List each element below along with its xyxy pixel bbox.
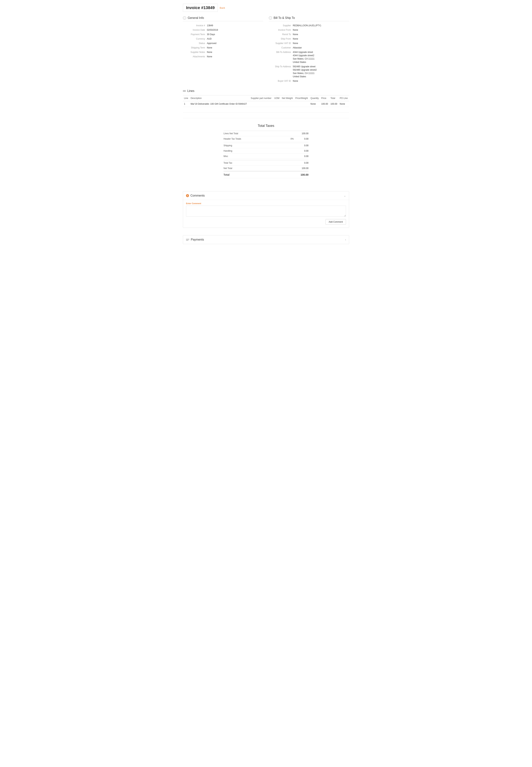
header-tax-row: Header Tax Totals 0% 0.00 [224, 136, 308, 142]
field-row: Ship To Address592485 Upgrade street5924… [269, 65, 349, 78]
field-row: Invoice #13849 [183, 24, 263, 27]
comments-body: Enter Comment Add Comment [183, 200, 349, 228]
field-label: Bill-To Address [269, 50, 293, 64]
field-row: Payment Term30 Days [183, 33, 263, 36]
total-row: Total 100.00 [224, 171, 308, 178]
table-cell: Mar'19 Deliverable: 100 Gift Certificate… [190, 101, 250, 107]
table-cell-empty [183, 107, 190, 113]
field-label: Invoice # [183, 24, 207, 27]
table-cell-empty [320, 107, 329, 113]
field-row: Buyer VAT IDNone [269, 79, 349, 83]
table-cell-empty [190, 113, 250, 118]
field-label: Buyer VAT ID [269, 79, 293, 83]
table-column-header: Total [329, 95, 339, 101]
comment-textarea[interactable] [186, 206, 346, 217]
header-tax-pct: 0% [291, 137, 294, 140]
table-column-header: Quantity [309, 95, 320, 101]
general-info-icon: ⊙ [183, 16, 186, 20]
payments-header[interactable]: Payments › [183, 236, 349, 244]
table-cell [250, 101, 273, 107]
table-cell-empty [250, 107, 273, 113]
shipping-row: Shipping 0.00 [224, 143, 308, 148]
general-info-title: General Info [188, 16, 204, 20]
table-cell: None [309, 101, 320, 107]
field-label: Supplier VAT ID [269, 42, 293, 45]
field-value: None [207, 55, 263, 58]
table-cell-empty [190, 107, 250, 113]
totals-title: Total Taxes [224, 124, 308, 128]
field-value: REDBALLOON (AUD) (PTY) [293, 24, 349, 27]
field-row: Shipping TermNone [183, 46, 263, 49]
field-label: Status [183, 42, 207, 45]
field-value: None [207, 46, 263, 49]
comments-header-left: 0 Comments [186, 194, 205, 197]
header-tax-value: 0.00 [297, 137, 308, 140]
field-row: AttachmentsNone [183, 55, 263, 58]
add-comment-button[interactable]: Add Comment [325, 219, 346, 225]
field-label: Ship From [269, 37, 293, 40]
field-value: AUD [207, 37, 263, 40]
field-label: Ship To Address [269, 65, 293, 78]
table-cell-empty [273, 107, 281, 113]
field-row: Bill-To Address4344 Upgrade street4344 U… [269, 50, 349, 64]
payments-title: Payments [191, 238, 204, 241]
lines-title: Lines [187, 89, 194, 93]
table-row: 1Mar'19 Deliverable: 100 Gift Certificat… [183, 101, 349, 107]
totals-section: Total Taxes Lines Net Total 100.00 Heade… [183, 124, 349, 178]
table-row-empty [183, 113, 349, 118]
field-label: Supplier [269, 24, 293, 27]
misc-label: Misc [224, 155, 228, 157]
field-row: Invoice Date02/03/2019 [183, 28, 263, 32]
field-row: Invoice FromNone [269, 28, 349, 32]
table-column-header: Description [190, 95, 250, 101]
field-row: Supplier VAT IDNone [269, 42, 349, 45]
field-value: 02/03/2019 [207, 28, 263, 32]
field-value: None [293, 42, 349, 45]
field-value: 592485 Upgrade street592485 Upgrade stre… [293, 65, 349, 78]
field-row: Supplier NotesNone [183, 50, 263, 54]
field-row: CurrencyAUD [183, 37, 263, 40]
field-value: None [293, 28, 349, 32]
comments-header[interactable]: 0 Comments ⌄ [183, 191, 349, 200]
invoice-title: Invoice #13849 [183, 4, 218, 12]
lines-section: Lines LineDescriptionSupplier part numbe… [183, 89, 349, 118]
table-cell-empty [339, 107, 349, 113]
field-label: Shipping Term [183, 46, 207, 49]
field-value: Atlassian [293, 46, 349, 49]
misc-value: 0.00 [297, 155, 308, 157]
net-total-row: Net Total 100.00 [224, 166, 308, 171]
table-cell-empty [309, 113, 320, 118]
table-cell-empty [329, 113, 339, 118]
table-cell-empty [281, 107, 294, 113]
field-value: 13849 [207, 24, 263, 27]
field-row: Ship FromNone [269, 37, 349, 40]
header-tax-label: Header Tax Totals [224, 137, 241, 140]
field-label: Invoice From [269, 28, 293, 32]
back-link[interactable]: Back [220, 6, 225, 9]
lines-net-total-label: Lines Net Total [224, 132, 238, 135]
field-label: Invoice Date [183, 28, 207, 32]
shipping-label: Shipping [224, 144, 232, 147]
field-label: Remit To [269, 33, 293, 36]
net-total-label: Net Total [224, 167, 232, 169]
chevron-right-icon: › [345, 238, 346, 241]
field-row: Remit ToNone [269, 33, 349, 36]
comments-section: 0 Comments ⌄ Enter Comment Add Comment [183, 191, 349, 228]
table-cell-empty [339, 113, 349, 118]
field-value: None [207, 50, 263, 54]
totals-box: Total Taxes Lines Net Total 100.00 Heade… [224, 124, 308, 178]
shipping-value: 0.00 [297, 144, 308, 147]
comments-title: Comments [190, 194, 205, 197]
lines-table: LineDescriptionSupplier part numberUOMNe… [183, 95, 349, 118]
field-value: Approved [207, 42, 263, 45]
field-label: Currency [183, 37, 207, 40]
bill-ship-header: ⊙ Bill To & Ship To [269, 16, 349, 21]
table-cell: 100.00 [329, 101, 339, 107]
field-value: 4344 Upgrade street4344 Upgrade street2S… [293, 50, 349, 64]
lines-icon [183, 90, 186, 92]
table-cell-empty [329, 107, 339, 113]
field-label: Attachments [183, 55, 207, 58]
lines-header: Lines [183, 89, 349, 93]
general-info-section: ⊙ General Info Invoice #13849Invoice Dat… [183, 16, 263, 84]
field-row: SupplierREDBALLOON (AUD) (PTY) [269, 24, 349, 27]
